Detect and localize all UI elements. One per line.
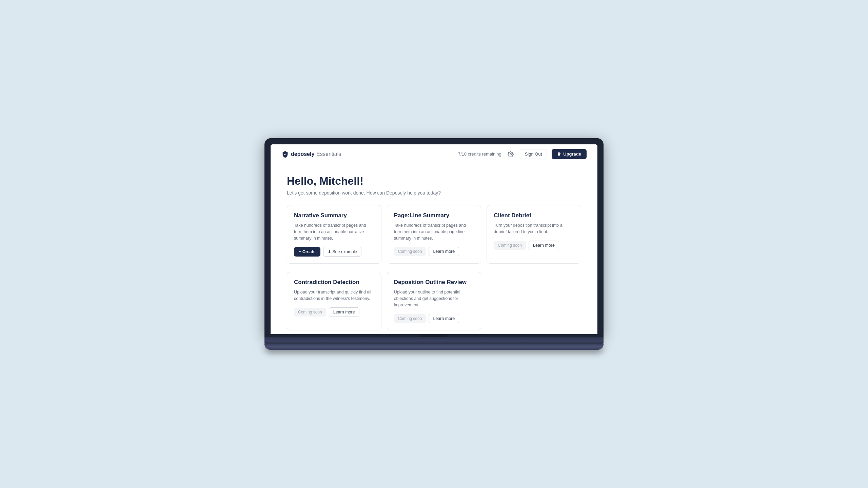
create-button[interactable]: + Create <box>294 247 320 257</box>
debrief-coming-soon: Coming soon <box>494 241 526 250</box>
settings-button[interactable] <box>506 150 515 159</box>
card-outline-actions: Coming soon Learn more <box>394 314 474 323</box>
logo-text: deposely <box>291 151 314 157</box>
contradiction-learn-more[interactable]: Learn more <box>329 307 359 317</box>
card-outline-desc: Upload your outline to find potential ob… <box>394 289 474 308</box>
card-narrative-actions: + Create ⬇ See example <box>294 247 374 257</box>
card-narrative-summary: Narrative Summary Take hundreds of trans… <box>287 205 381 264</box>
card-pageline-title: Page:Line Summary <box>394 212 474 219</box>
svg-point-0 <box>510 153 511 155</box>
upgrade-label: Upgrade <box>563 151 581 157</box>
upgrade-icon: ♛ <box>557 151 561 157</box>
contradiction-coming-soon: Coming soon <box>294 308 326 317</box>
card-pageline-actions: Coming soon Learn more <box>394 247 474 256</box>
card-contradiction-title: Contradiction Detection <box>294 279 374 286</box>
card-empty-slot <box>487 272 581 330</box>
card-pageline-summary: Page:Line Summary Take hundreds of trans… <box>387 205 481 264</box>
card-outline-review: Deposition Outline Review Upload your ou… <box>387 272 481 330</box>
card-contradiction: Contradiction Detection Upload your tran… <box>287 272 381 330</box>
laptop-frame: deposely Essentials 7/10 credits remaini… <box>264 138 604 350</box>
card-debrief-desc: Turn your deposition transcript into a d… <box>494 222 574 235</box>
page-greeting: Hello, Mitchell! <box>287 175 581 187</box>
upgrade-button[interactable]: ♛ Upgrade <box>552 149 587 159</box>
logo-area: deposely Essentials <box>281 150 341 158</box>
card-contradiction-actions: Coming soon Learn more <box>294 307 374 317</box>
laptop-screen: deposely Essentials 7/10 credits remaini… <box>271 144 597 334</box>
sign-out-button[interactable]: Sign Out <box>520 149 547 159</box>
card-contradiction-desc: Upload your transcript and quickly find … <box>294 289 374 302</box>
main-content: Hello, Mitchell! Let's get some depositi… <box>271 164 597 334</box>
cards-row-2: Contradiction Detection Upload your tran… <box>287 272 581 330</box>
outline-coming-soon: Coming soon <box>394 314 426 323</box>
card-pageline-desc: Take hundreds of transcript pages and tu… <box>394 222 474 241</box>
card-client-debrief: Client Debrief Turn your deposition tran… <box>487 205 581 264</box>
see-example-button[interactable]: ⬇ See example <box>323 247 361 257</box>
header-right: 7/10 credits remaining Sign Out ♛ Upgrad… <box>458 149 587 159</box>
debrief-learn-more[interactable]: Learn more <box>529 241 559 250</box>
screen-bezel: deposely Essentials 7/10 credits remaini… <box>264 138 604 337</box>
cards-row-1: Narrative Summary Take hundreds of trans… <box>287 205 581 264</box>
card-narrative-title: Narrative Summary <box>294 212 374 219</box>
card-narrative-desc: Take hundreds of transcript pages and tu… <box>294 222 374 241</box>
pageline-learn-more[interactable]: Learn more <box>429 247 459 256</box>
card-outline-title: Deposition Outline Review <box>394 279 474 286</box>
app-header: deposely Essentials 7/10 credits remaini… <box>271 144 597 164</box>
credits-display: 7/10 credits remaining <box>458 151 501 157</box>
laptop-bottom <box>264 344 604 350</box>
logo-sub: Essentials <box>316 151 341 157</box>
card-debrief-title: Client Debrief <box>494 212 574 219</box>
logo-icon <box>281 150 289 158</box>
outline-learn-more[interactable]: Learn more <box>429 314 459 323</box>
card-debrief-actions: Coming soon Learn more <box>494 241 574 250</box>
page-subtitle: Let's get some deposition work done. How… <box>287 190 581 196</box>
pageline-coming-soon: Coming soon <box>394 247 426 256</box>
screen-notch <box>420 334 448 337</box>
laptop-base <box>264 337 604 344</box>
